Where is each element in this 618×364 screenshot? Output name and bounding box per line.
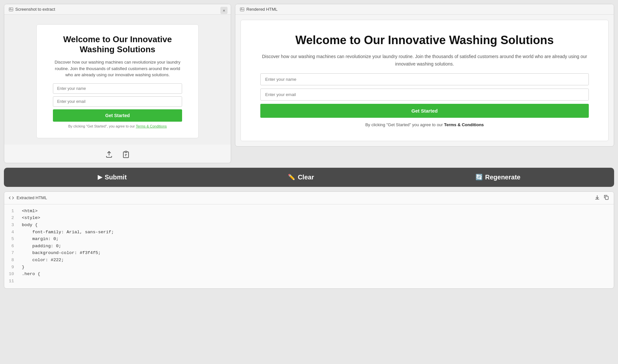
code-panel-header: Extracted HTML [4,192,614,204]
code-line: background-color: #f3f4f5; [22,249,611,257]
code-panel-actions [594,194,609,201]
svg-rect-2 [125,151,127,152]
clipboard-button[interactable] [121,149,131,160]
rendered-terms: By clicking "Get Started" you agree to o… [260,122,589,128]
copy-icon [603,194,609,200]
code-line: color: #222; [22,257,611,264]
screenshot-terms: By clicking "Get Started", you agree to … [53,124,182,128]
code-panel-title: Extracted HTML [9,195,47,200]
rendered-name-input[interactable] [260,73,589,85]
screenshot-heading: Welcome to Our Innovative Washing Soluti… [53,34,182,55]
screenshot-actions [4,145,231,163]
code-panel-label: Extracted HTML [17,195,47,200]
submit-icon: ▶ [98,174,102,181]
submit-label: Submit [105,174,127,181]
submit-button[interactable]: ▶ Submit [98,174,127,181]
screenshot-name-input[interactable] [53,83,182,94]
rendered-tab-label: Rendered HTML [246,7,278,12]
rendered-terms-link[interactable]: Terms & Conditions [444,122,484,127]
code-line: body { [22,222,611,229]
code-line: <html> [22,208,611,215]
line-numbers: 1 2 3 4 5 6 7 8 9 10 11 [4,208,19,285]
screenshot-content: Welcome to Our Innovative Washing Soluti… [4,15,231,145]
screenshot-description: Discover how our washing machines can re… [53,59,182,78]
rendered-heading: Welcome to Our Innovative Washing Soluti… [260,33,589,47]
clipboard-icon [122,151,130,158]
rendered-icon [240,7,244,12]
rendered-email-input[interactable] [260,89,589,101]
download-button[interactable] [594,194,600,201]
clear-button[interactable]: ✏️ Clear [288,174,314,181]
upload-icon [105,151,113,158]
code-line: padding: 0; [22,243,611,250]
code-line: font-family: Arial, sans-serif; [22,229,611,236]
download-icon [594,194,600,200]
code-line: <style> [22,214,611,222]
top-panels: Screenshot to extract × Welcome to Our I… [0,0,618,163]
image-icon [9,7,13,12]
code-body: 1 2 3 4 5 6 7 8 9 10 11 <html> <style> b… [4,204,614,288]
right-panel: Rendered HTML Welcome to Our Innovative … [235,4,614,147]
clear-icon: ✏️ [288,174,295,181]
copy-button[interactable] [603,194,609,201]
rendered-cta-button[interactable]: Get Started [260,104,589,118]
code-icon [9,195,14,200]
screenshot-inner-card: Welcome to Our Innovative Washing Soluti… [36,24,199,138]
close-button[interactable]: × [220,7,228,14]
clear-label: Clear [298,174,314,181]
action-bar: ▶ Submit ✏️ Clear 🔄 Regenerate [4,168,614,187]
screenshot-terms-link[interactable]: Terms & Conditions [136,124,167,128]
code-lines: <html> <style> body { font-family: Arial… [19,208,614,285]
code-line: } [22,264,611,271]
svg-rect-7 [605,196,608,200]
screenshot-cta-button[interactable]: Get Started [53,109,182,122]
regenerate-label: Regenerate [485,174,521,181]
regenerate-button[interactable]: 🔄 Regenerate [476,174,521,181]
screenshot-tab: Screenshot to extract [4,4,231,15]
screenshot-tab-label: Screenshot to extract [15,7,55,12]
regenerate-icon: 🔄 [476,174,483,181]
rendered-description: Discover how our washing machines can re… [260,53,589,67]
left-panel: Screenshot to extract × Welcome to Our I… [4,4,231,163]
code-line: .hero { [22,271,611,278]
rendered-tab: Rendered HTML [235,4,614,15]
code-line: margin: 0; [22,236,611,243]
code-panel: Extracted HTML 1 2 3 4 5 6 [4,191,614,289]
screenshot-email-input[interactable] [53,96,182,107]
upload-button[interactable] [104,149,114,160]
rendered-content-card: Welcome to Our Innovative Washing Soluti… [241,20,609,141]
